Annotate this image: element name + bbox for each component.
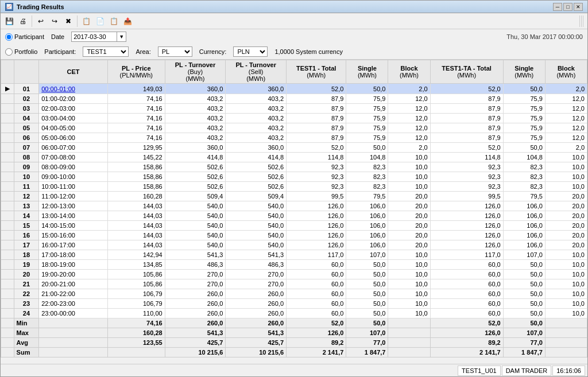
table-row[interactable]: 10 09:00-10:00 158,86 502,6 502,6 92,3 8… — [1, 172, 587, 182]
sell-cell: 502,6 — [226, 182, 287, 192]
footer-sell: 10 215,6 — [226, 348, 287, 357]
table-row[interactable]: 05 04:00-05:00 74,16 403,2 403,2 87,9 75… — [1, 123, 587, 133]
export-button[interactable]: 📤 — [121, 15, 134, 28]
price-cell: 144,03 — [107, 221, 165, 231]
clipboard-button[interactable]: 📋 — [107, 15, 120, 28]
date-input-wrap: ▼ — [71, 32, 126, 42]
row-num: 13 — [14, 201, 39, 211]
footer-ta-block — [545, 338, 587, 348]
block-cell: 12,0 — [388, 123, 430, 133]
table-row[interactable]: 20 19:00-20:00 105,86 270,0 270,0 60,0 5… — [1, 270, 587, 279]
table-row[interactable]: 11 10:00-11:00 158,86 502,6 502,6 92,3 8… — [1, 182, 587, 192]
block-cell: 10,0 — [388, 182, 430, 192]
price-cell: 160,28 — [107, 192, 165, 201]
cet-header: CET — [39, 60, 108, 84]
arrow-cell — [1, 211, 14, 221]
currency-select[interactable]: PLN — [233, 46, 268, 57]
table-row[interactable]: 03 02:00-03:00 74,16 403,2 403,2 87,9 75… — [1, 104, 587, 114]
ta-total-cell: 126,0 — [430, 240, 503, 250]
close-button[interactable]: ✕ — [574, 3, 583, 11]
ta-single-cell: 50,0 — [503, 309, 545, 318]
block-cell: 20,0 — [388, 231, 430, 240]
maximize-button[interactable]: □ — [563, 3, 572, 11]
row-num: 03 — [14, 104, 39, 114]
ta-single-cell: 106,0 — [503, 240, 545, 250]
undo-button[interactable]: ↩ — [34, 15, 47, 28]
participant-radio-label[interactable]: Participant — [5, 33, 44, 41]
table-row[interactable]: 13 12:00-13:00 144,03 540,0 540,0 126,0 … — [1, 201, 587, 211]
calendar-button[interactable]: ▼ — [117, 32, 126, 42]
table-row[interactable]: 24 23:00-00:00 110,00 260,0 260,0 60,0 5… — [1, 309, 587, 318]
table-row[interactable]: 09 08:00-09:00 158,86 502,6 502,6 92,3 8… — [1, 162, 587, 172]
table-row[interactable]: 15 14:00-15:00 144,03 540,0 540,0 126,0 … — [1, 221, 587, 231]
table-body: ▶ 01 00:00-01:00 149,03 360,0 360,0 52,0… — [1, 84, 587, 318]
price-cell: 106,79 — [107, 299, 165, 309]
table-row[interactable]: 12 11:00-12:00 160,28 509,4 509,4 99,5 7… — [1, 192, 587, 201]
table-row[interactable]: 04 03:00-04:00 74,16 403,2 403,2 87,9 75… — [1, 114, 587, 123]
total-cell: 52,0 — [287, 143, 346, 153]
participant-radio[interactable] — [5, 33, 13, 41]
table-row[interactable]: 22 21:00-22:00 106,79 260,0 260,0 60,0 5… — [1, 289, 587, 299]
total-cell: 99,5 — [287, 192, 346, 201]
table-container[interactable]: CET PL - Price(PLN/MWh) PL - Turnover(Bu… — [1, 60, 587, 364]
cet-cell: 08:00-09:00 — [39, 162, 108, 172]
table-row[interactable]: ▶ 01 00:00-01:00 149,03 360,0 360,0 52,0… — [1, 84, 587, 94]
arrow-cell — [1, 279, 14, 289]
delete-button[interactable]: ✖ — [62, 15, 75, 28]
save-button[interactable]: 💾 — [3, 15, 16, 28]
arrow-cell — [1, 162, 14, 172]
arrow-cell — [1, 172, 14, 182]
table-row[interactable]: 21 20:00-21:00 105,86 270,0 270,0 60,0 5… — [1, 279, 587, 289]
ta-single-cell: 106,0 — [503, 231, 545, 240]
ta-total-cell: 92,3 — [430, 162, 503, 172]
footer-ta-total: 2 141,7 — [430, 348, 503, 357]
redo-button[interactable]: ↪ — [48, 15, 61, 28]
total-cell: 60,0 — [287, 260, 346, 270]
table-row[interactable]: 16 15:00-16:00 144,03 540,0 540,0 126,0 … — [1, 231, 587, 240]
ta-block-cell: 12,0 — [545, 114, 587, 123]
table-row[interactable]: 23 22:00-23:00 106,79 260,0 260,0 60,0 5… — [1, 299, 587, 309]
date-input[interactable] — [71, 32, 117, 42]
buy-cell: 502,6 — [165, 172, 226, 182]
num-header — [14, 60, 39, 84]
footer-single: 107,0 — [346, 328, 388, 338]
total-cell: 117,0 — [287, 250, 346, 260]
print-button[interactable]: 🖨 — [17, 15, 29, 28]
footer-row: Min 74,16 260,0 260,0 52,0 50,0 52,0 50,… — [1, 318, 587, 328]
arrow-cell — [1, 123, 14, 133]
ta-block-cell: 10,0 — [545, 260, 587, 270]
table-row[interactable]: 02 01:00-02:00 74,16 403,2 403,2 87,9 75… — [1, 94, 587, 104]
sell-cell: 403,2 — [226, 94, 287, 104]
ta-block-cell: 10,0 — [545, 182, 587, 192]
table-row[interactable]: 08 07:00-08:00 145,22 414,8 414,8 114,8 … — [1, 153, 587, 162]
window-controls: ─ □ ✕ — [553, 3, 583, 11]
minimize-button[interactable]: ─ — [553, 3, 562, 11]
footer-buy: 541,3 — [165, 328, 226, 338]
buy-cell: 502,6 — [165, 162, 226, 172]
arrow-cell — [1, 221, 14, 231]
ta-block-cell: 10,0 — [545, 270, 587, 279]
table-row[interactable]: 14 13:00-14:00 144,03 540,0 540,0 126,0 … — [1, 211, 587, 221]
ta-total-cell: 60,0 — [430, 260, 503, 270]
portfolio-radio-label[interactable]: Portfolio — [5, 48, 37, 56]
row-num: 14 — [14, 211, 39, 221]
table-row[interactable]: 19 18:00-19:00 134,85 486,3 486,3 60,0 5… — [1, 260, 587, 270]
table-row[interactable]: 06 05:00-06:00 74,16 403,2 403,2 87,9 75… — [1, 133, 587, 143]
paste-button[interactable]: 📄 — [94, 15, 106, 28]
block-cell: 20,0 — [388, 211, 430, 221]
table-row[interactable]: 18 17:00-18:00 142,94 541,3 541,3 117,0 … — [1, 250, 587, 260]
footer-block — [388, 338, 430, 348]
footer-total: 2 141,7 — [287, 348, 346, 357]
ta-single-cell: 50,0 — [503, 260, 545, 270]
copy-button[interactable]: 📋 — [80, 15, 92, 28]
area-select[interactable]: PL — [158, 46, 192, 57]
table-row[interactable]: 07 06:00-07:00 129,95 360,0 360,0 52,0 5… — [1, 143, 587, 153]
portfolio-radio[interactable] — [5, 48, 13, 56]
price-cell: 144,03 — [107, 240, 165, 250]
ta-total-cell: 60,0 — [430, 279, 503, 289]
ta-block-cell: 10,0 — [545, 289, 587, 299]
participant-select[interactable]: TEST1 — [83, 46, 129, 57]
price-cell: 74,16 — [107, 133, 165, 143]
table-row[interactable]: 17 16:00-17:00 144,03 540,0 540,0 126,0 … — [1, 240, 587, 250]
footer-arrow — [1, 328, 14, 338]
